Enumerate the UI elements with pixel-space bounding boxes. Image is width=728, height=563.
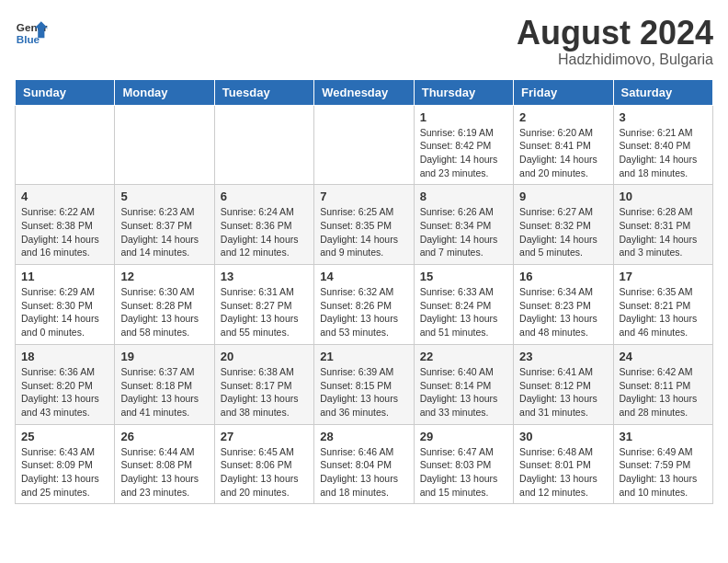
day-number: 11 <box>21 270 108 283</box>
calendar-cell: 13Sunrise: 6:31 AM Sunset: 8:27 PM Dayli… <box>214 265 313 345</box>
location-subtitle: Hadzhidimovo, Bulgaria <box>517 52 713 68</box>
calendar-week-3: 11Sunrise: 6:29 AM Sunset: 8:30 PM Dayli… <box>16 265 713 345</box>
calendar-cell: 3Sunrise: 6:21 AM Sunset: 8:40 PM Daylig… <box>613 105 712 185</box>
calendar-cell: 17Sunrise: 6:35 AM Sunset: 8:21 PM Dayli… <box>613 265 712 345</box>
day-info: Sunrise: 6:23 AM Sunset: 8:37 PM Dayligh… <box>120 205 208 259</box>
calendar-cell <box>16 105 115 185</box>
day-info: Sunrise: 6:26 AM Sunset: 8:34 PM Dayligh… <box>420 205 507 259</box>
day-number: 30 <box>519 430 607 443</box>
weekday-header-tuesday: Tuesday <box>214 79 313 105</box>
day-info: Sunrise: 6:22 AM Sunset: 8:38 PM Dayligh… <box>21 205 108 259</box>
day-number: 4 <box>21 190 108 203</box>
logo-icon: General Blue <box>15 15 48 48</box>
calendar-week-2: 4Sunrise: 6:22 AM Sunset: 8:38 PM Daylig… <box>16 185 713 265</box>
day-info: Sunrise: 6:27 AM Sunset: 8:32 PM Dayligh… <box>519 205 607 259</box>
calendar-week-5: 25Sunrise: 6:43 AM Sunset: 8:09 PM Dayli… <box>16 424 713 504</box>
day-number: 15 <box>420 270 507 283</box>
calendar-cell: 5Sunrise: 6:23 AM Sunset: 8:37 PM Daylig… <box>115 185 214 265</box>
day-info: Sunrise: 6:40 AM Sunset: 8:14 PM Dayligh… <box>420 365 507 419</box>
day-number: 7 <box>320 190 407 203</box>
day-info: Sunrise: 6:38 AM Sunset: 8:17 PM Dayligh… <box>221 365 308 419</box>
day-info: Sunrise: 6:31 AM Sunset: 8:27 PM Dayligh… <box>221 285 308 339</box>
day-info: Sunrise: 6:49 AM Sunset: 7:59 PM Dayligh… <box>620 445 707 500</box>
day-number: 12 <box>120 270 208 283</box>
calendar-cell: 11Sunrise: 6:29 AM Sunset: 8:30 PM Dayli… <box>16 265 115 345</box>
day-number: 2 <box>519 110 607 124</box>
calendar-cell: 8Sunrise: 6:26 AM Sunset: 8:34 PM Daylig… <box>414 185 513 265</box>
day-number: 25 <box>21 430 108 443</box>
day-info: Sunrise: 6:37 AM Sunset: 8:18 PM Dayligh… <box>120 365 208 419</box>
calendar-body: 1Sunrise: 6:19 AM Sunset: 8:42 PM Daylig… <box>16 105 713 504</box>
day-info: Sunrise: 6:25 AM Sunset: 8:35 PM Dayligh… <box>320 205 407 259</box>
day-info: Sunrise: 6:46 AM Sunset: 8:04 PM Dayligh… <box>320 445 407 500</box>
day-info: Sunrise: 6:48 AM Sunset: 8:01 PM Dayligh… <box>519 445 607 500</box>
day-info: Sunrise: 6:39 AM Sunset: 8:15 PM Dayligh… <box>320 365 407 419</box>
calendar-cell: 12Sunrise: 6:30 AM Sunset: 8:28 PM Dayli… <box>115 265 214 345</box>
day-number: 14 <box>320 270 407 283</box>
day-info: Sunrise: 6:28 AM Sunset: 8:31 PM Dayligh… <box>620 205 707 259</box>
calendar-week-1: 1Sunrise: 6:19 AM Sunset: 8:42 PM Daylig… <box>16 105 713 185</box>
calendar-cell: 30Sunrise: 6:48 AM Sunset: 8:01 PM Dayli… <box>514 424 613 504</box>
calendar-cell: 25Sunrise: 6:43 AM Sunset: 8:09 PM Dayli… <box>16 424 115 504</box>
month-year-title: August 2024 <box>517 15 713 52</box>
svg-text:Blue: Blue <box>17 33 40 45</box>
calendar-cell: 15Sunrise: 6:33 AM Sunset: 8:24 PM Dayli… <box>414 265 513 345</box>
weekday-header-monday: Monday <box>115 79 214 105</box>
day-info: Sunrise: 6:44 AM Sunset: 8:08 PM Dayligh… <box>120 445 208 500</box>
day-number: 20 <box>221 350 308 363</box>
day-info: Sunrise: 6:43 AM Sunset: 8:09 PM Dayligh… <box>21 445 108 500</box>
calendar-cell: 19Sunrise: 6:37 AM Sunset: 8:18 PM Dayli… <box>115 344 214 424</box>
calendar-cell: 6Sunrise: 6:24 AM Sunset: 8:36 PM Daylig… <box>214 185 313 265</box>
day-info: Sunrise: 6:24 AM Sunset: 8:36 PM Dayligh… <box>221 205 308 259</box>
day-info: Sunrise: 6:30 AM Sunset: 8:28 PM Dayligh… <box>120 285 208 339</box>
day-number: 6 <box>221 190 308 203</box>
calendar-cell <box>314 105 414 185</box>
day-number: 5 <box>120 190 208 203</box>
calendar-cell: 7Sunrise: 6:25 AM Sunset: 8:35 PM Daylig… <box>314 185 414 265</box>
calendar-table: SundayMondayTuesdayWednesdayThursdayFrid… <box>15 79 713 505</box>
day-number: 1 <box>420 110 507 124</box>
calendar-cell: 27Sunrise: 6:45 AM Sunset: 8:06 PM Dayli… <box>214 424 313 504</box>
weekday-header-friday: Friday <box>514 79 613 105</box>
day-number: 26 <box>120 430 208 443</box>
day-info: Sunrise: 6:35 AM Sunset: 8:21 PM Dayligh… <box>620 285 707 339</box>
calendar-cell: 29Sunrise: 6:47 AM Sunset: 8:03 PM Dayli… <box>414 424 513 504</box>
day-number: 21 <box>320 350 407 363</box>
day-info: Sunrise: 6:41 AM Sunset: 8:12 PM Dayligh… <box>519 365 607 419</box>
logo: General Blue <box>15 15 48 48</box>
weekday-header-wednesday: Wednesday <box>314 79 414 105</box>
day-number: 18 <box>21 350 108 363</box>
day-info: Sunrise: 6:34 AM Sunset: 8:23 PM Dayligh… <box>519 285 607 339</box>
calendar-cell: 21Sunrise: 6:39 AM Sunset: 8:15 PM Dayli… <box>314 344 414 424</box>
day-number: 3 <box>620 110 707 124</box>
day-number: 19 <box>120 350 208 363</box>
day-number: 29 <box>420 430 507 443</box>
day-info: Sunrise: 6:21 AM Sunset: 8:40 PM Dayligh… <box>620 126 707 180</box>
day-number: 27 <box>221 430 308 443</box>
day-info: Sunrise: 6:33 AM Sunset: 8:24 PM Dayligh… <box>420 285 507 339</box>
day-info: Sunrise: 6:47 AM Sunset: 8:03 PM Dayligh… <box>420 445 507 500</box>
calendar-cell: 10Sunrise: 6:28 AM Sunset: 8:31 PM Dayli… <box>613 185 712 265</box>
calendar-cell: 24Sunrise: 6:42 AM Sunset: 8:11 PM Dayli… <box>613 344 712 424</box>
day-number: 23 <box>519 350 607 363</box>
calendar-cell: 9Sunrise: 6:27 AM Sunset: 8:32 PM Daylig… <box>514 185 613 265</box>
day-number: 22 <box>420 350 507 363</box>
day-info: Sunrise: 6:32 AM Sunset: 8:26 PM Dayligh… <box>320 285 407 339</box>
weekday-header-saturday: Saturday <box>613 79 712 105</box>
calendar-cell: 1Sunrise: 6:19 AM Sunset: 8:42 PM Daylig… <box>414 105 513 185</box>
calendar-cell: 4Sunrise: 6:22 AM Sunset: 8:38 PM Daylig… <box>16 185 115 265</box>
calendar-cell: 23Sunrise: 6:41 AM Sunset: 8:12 PM Dayli… <box>514 344 613 424</box>
calendar-week-4: 18Sunrise: 6:36 AM Sunset: 8:20 PM Dayli… <box>16 344 713 424</box>
day-number: 16 <box>519 270 607 283</box>
title-area: August 2024 Hadzhidimovo, Bulgaria <box>517 15 713 68</box>
day-number: 13 <box>221 270 308 283</box>
day-number: 8 <box>420 190 507 203</box>
calendar-cell: 14Sunrise: 6:32 AM Sunset: 8:26 PM Dayli… <box>314 265 414 345</box>
weekday-header-sunday: Sunday <box>16 79 115 105</box>
day-number: 24 <box>620 350 707 363</box>
calendar-cell: 28Sunrise: 6:46 AM Sunset: 8:04 PM Dayli… <box>314 424 414 504</box>
day-number: 31 <box>620 430 707 443</box>
day-number: 28 <box>320 430 407 443</box>
calendar-cell: 20Sunrise: 6:38 AM Sunset: 8:17 PM Dayli… <box>214 344 313 424</box>
day-number: 17 <box>620 270 707 283</box>
